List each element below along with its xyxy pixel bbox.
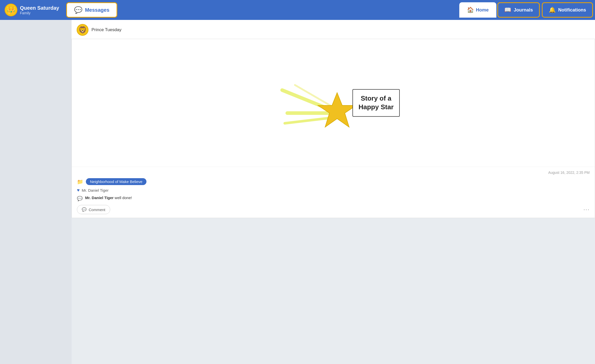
- comment-button[interactable]: 💬 Comment: [77, 205, 110, 214]
- notifications-icon: 🔔: [549, 7, 556, 13]
- speech-icon: 💬: [77, 196, 83, 201]
- book-title-line2: Happy Star: [359, 103, 394, 111]
- home-label: Home: [476, 7, 489, 13]
- home-button[interactable]: 🏠 Home: [459, 2, 496, 18]
- brand-button[interactable]: 👑 Queen Saturday Family: [0, 1, 64, 19]
- post-avatar: 🦁: [77, 24, 88, 36]
- book-title-box: Story of a Happy Star: [352, 89, 400, 117]
- notifications-label: Notifications: [558, 7, 586, 13]
- journals-button[interactable]: 📖 Journals: [497, 2, 540, 18]
- main-area: 🦁 Prince Tuesday: [0, 20, 595, 364]
- more-options-button[interactable]: ···: [583, 206, 590, 213]
- brand-text: Queen Saturday Family: [20, 5, 59, 15]
- post-card: Story of a Happy Star August 16, 2022, 2…: [72, 39, 595, 218]
- journals-label: Journals: [514, 7, 533, 13]
- comment-row: 💬 Mr. Daniel Tiger well done!: [77, 196, 590, 201]
- messages-button[interactable]: 💬 Messages: [66, 2, 117, 18]
- post-footer: August 16, 2022, 2:35 PM 📁 Neighborhood …: [72, 167, 595, 218]
- messages-label: Messages: [85, 7, 109, 13]
- brand-sub: Family: [20, 11, 59, 15]
- comment-author: Mr. Daniel Tiger: [85, 196, 113, 200]
- brand-name: Queen Saturday: [20, 5, 59, 11]
- comment-btn-label: Comment: [89, 208, 105, 212]
- notifications-button[interactable]: 🔔 Notifications: [542, 2, 593, 18]
- content-area: 🦁 Prince Tuesday: [72, 20, 595, 364]
- comment-text-value: well done!: [115, 196, 132, 200]
- book-title-line1: Story of a: [361, 94, 391, 102]
- sidebar: [0, 20, 72, 364]
- post-author: Prince Tuesday: [91, 27, 121, 32]
- shooting-star-container: Story of a Happy Star: [262, 62, 405, 144]
- book-area: Story of a Happy Star: [72, 39, 595, 167]
- messages-icon: 💬: [74, 6, 82, 14]
- header: 👑 Queen Saturday Family 💬 Messages 🏠 Hom…: [0, 0, 595, 20]
- like-row: ♥ Mr. Daniel Tiger: [77, 188, 590, 193]
- comment-bubble-icon: 💬: [82, 207, 87, 212]
- journals-icon: 📖: [504, 7, 511, 13]
- folder-icon: 📁: [77, 179, 83, 185]
- comment-btn-row: 💬 Comment ···: [77, 205, 590, 214]
- tag-badge[interactable]: Neighborhood of Make Believe: [86, 178, 146, 185]
- svg-marker-4: [318, 93, 356, 127]
- liked-by: Mr. Daniel Tiger: [82, 188, 109, 192]
- post-timestamp: August 16, 2022, 2:35 PM: [77, 171, 590, 175]
- heart-icon: ♥: [77, 188, 80, 193]
- brand-avatar: 👑: [5, 4, 17, 16]
- post-header: 🦁 Prince Tuesday: [72, 20, 595, 39]
- home-icon: 🏠: [467, 7, 474, 13]
- post-tag-row: 📁 Neighborhood of Make Believe: [77, 178, 590, 185]
